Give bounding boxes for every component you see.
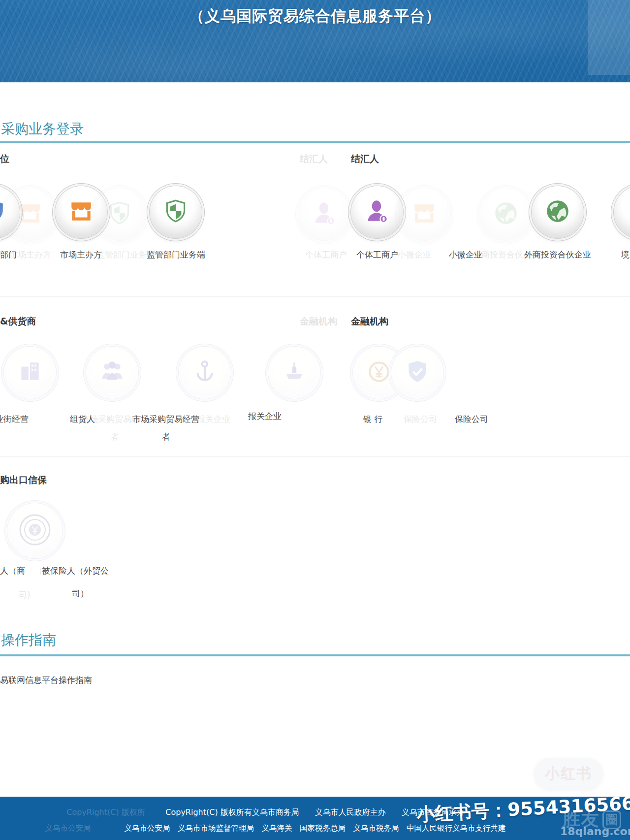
ghost-label: 小微企业 (398, 249, 431, 260)
login-icon-street-operator[interactable] (4, 347, 56, 399)
shield-green-icon (106, 200, 133, 228)
row-divider-2 (0, 456, 630, 457)
login-icon-foreign-partnership[interactable] (532, 186, 584, 238)
group-header-supplier: &供货商 (0, 315, 36, 328)
login-icon-regulator[interactable] (150, 186, 202, 238)
group-header-export-insurance: 购出口信保 (0, 474, 47, 486)
anchor-icon (191, 358, 218, 387)
login-label-regulator[interactable]: 监管部门业务端 (147, 249, 205, 260)
guide-section-title: 操作指南 (1, 631, 56, 649)
person-badge-icon (364, 198, 390, 226)
row-divider-1 (0, 296, 630, 297)
people-icon (99, 358, 126, 387)
ghost-label: 者 (111, 431, 119, 443)
login-label-individual-business[interactable]: 个体工商户 (356, 249, 398, 260)
person-badge-icon (311, 200, 338, 228)
login-label-policyholder[interactable]: 人（商 (0, 565, 25, 577)
coin-icon (366, 358, 392, 387)
login-icon-overseas-partial[interactable] (614, 186, 630, 238)
group-header-unit: 位 (0, 153, 9, 165)
login-label-market-host[interactable]: 市场主办方 (60, 249, 102, 260)
login-section-rule (0, 141, 630, 143)
login-label-trade-operator-line2[interactable]: 者 (162, 431, 170, 443)
login-label-insured-line1[interactable]: 被保险人（外贸公 (42, 565, 109, 577)
login-label-insured-line2[interactable]: 司） (72, 588, 89, 599)
login-label-bank[interactable]: 银 行 (363, 414, 382, 425)
login-label-insurance-company[interactable]: 保险公司 (455, 414, 488, 425)
ghost-group-header: 结汇人 (300, 153, 328, 165)
page-title: （义乌国际贸易综合信息服务平台） (0, 6, 630, 27)
ghost-label: 保险公司 (404, 414, 437, 425)
banner-underline (0, 82, 630, 83)
login-icon-individual-business[interactable] (351, 186, 403, 238)
guide-section-rule (0, 654, 630, 656)
login-section-title: 采购业务登录 (1, 120, 84, 138)
login-label-overseas-partial[interactable]: 境 (621, 249, 630, 260)
ship-icon (281, 358, 308, 387)
ghost-label: 市场主办方 (9, 249, 51, 260)
header-banner: （义乌国际贸易综合信息服务平台） (0, 0, 630, 82)
ghost-label: 外商投资合伙企业 (473, 249, 540, 260)
ghost-group-header: 金融机构 (300, 315, 337, 328)
shield-faint-icon (404, 358, 431, 387)
globe-icon (544, 198, 571, 226)
login-label-customs-broker[interactable]: 报关企业 (248, 411, 282, 422)
storefront-icon (411, 200, 438, 228)
group-header-finance: 金融机构 (351, 315, 388, 328)
login-icon-customs-broker[interactable] (268, 347, 320, 399)
login-icon-insurance-company[interactable] (391, 347, 443, 399)
building-icon (17, 358, 43, 387)
ghost-circle-person (298, 188, 350, 240)
ghost-label: 个体工商户 (305, 249, 347, 260)
storefront-icon (68, 198, 94, 226)
group-header-settlement: 结汇人 (351, 153, 379, 165)
globe-icon (493, 200, 519, 228)
ghost-circle-globe (480, 188, 532, 240)
ghost-label: 报关企业 (197, 414, 230, 425)
login-label-trade-operator-line1[interactable]: 市场采购贸易经营 (132, 414, 199, 425)
login-icon-consolidator[interactable] (86, 347, 138, 399)
ghost-label: 司) (19, 589, 31, 601)
footer-agencies-line: 义乌市公安局 义乌市市场监督管理局 义乌海关 国家税务总局 义乌市税务局 中国人… (0, 823, 630, 834)
login-label-street-operator[interactable]: 业街经营 (0, 414, 29, 425)
ghost-circle-store (4, 188, 56, 240)
login-icon-policyholder[interactable] (7, 503, 63, 558)
site-watermark: 18qiang.com (560, 825, 630, 838)
shield-green-icon (162, 198, 189, 226)
ghost-circle-shield (94, 188, 146, 240)
ghost-circle-store-2 (398, 188, 450, 240)
storefront-icon (17, 200, 43, 228)
guide-link[interactable]: 易联网信息平台操作指南 (0, 675, 92, 686)
rings-coin-icon (18, 513, 52, 549)
login-icon-trade-operator[interactable] (179, 347, 231, 399)
xiaohongshu-logo: 小红书 (534, 758, 603, 789)
